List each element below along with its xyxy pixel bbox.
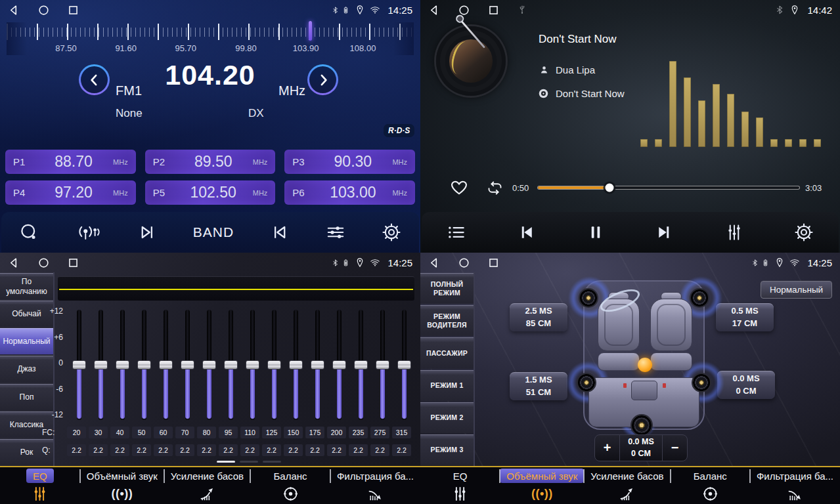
- tab-bass-boost[interactable]: Усиление басов: [584, 467, 670, 504]
- eq-slider-thumb[interactable]: [181, 360, 194, 369]
- tab-filter[interactable]: Фильтрация ба...: [330, 467, 420, 504]
- q-value[interactable]: 2.2: [240, 444, 259, 456]
- q-value[interactable]: 2.2: [327, 444, 346, 456]
- progress-thumb[interactable]: [606, 184, 614, 192]
- fc-value[interactable]: 70: [175, 427, 194, 438]
- fc-value[interactable]: 30: [89, 427, 108, 438]
- fc-value[interactable]: 200: [327, 427, 346, 438]
- eq-slider-thumb[interactable]: [376, 360, 389, 369]
- surround-preset-button[interactable]: Нормальный: [761, 281, 832, 299]
- fc-value[interactable]: 80: [197, 427, 216, 438]
- preset-p6[interactable]: P6103.00MHz: [284, 180, 415, 205]
- eq-band-slider[interactable]: [75, 310, 83, 420]
- q-value[interactable]: 2.2: [305, 444, 324, 456]
- nav-home-button[interactable]: [37, 257, 50, 269]
- delay-decrease-button[interactable]: −: [663, 435, 687, 461]
- eq-slider-thumb[interactable]: [116, 360, 129, 369]
- delay-rear-right[interactable]: 0.0 MS 0 CM: [717, 371, 775, 399]
- eq-slider-thumb[interactable]: [94, 360, 108, 369]
- q-value[interactable]: 2.2: [370, 444, 389, 456]
- delay-front-right[interactable]: 0.5 MS 17 CM: [716, 303, 774, 331]
- eq-band-slider[interactable]: [183, 310, 192, 420]
- fc-value[interactable]: 95: [219, 427, 238, 438]
- q-value[interactable]: 2.2: [67, 444, 86, 456]
- broadcast-button[interactable]: [75, 222, 101, 242]
- favorite-button[interactable]: [449, 177, 469, 197]
- previous-station-button[interactable]: [137, 222, 157, 242]
- band-button[interactable]: BAND: [193, 224, 234, 240]
- fc-value[interactable]: 20: [67, 427, 86, 438]
- tab-balance[interactable]: Баланс: [250, 467, 330, 504]
- preset-p2[interactable]: P289.50MHz: [145, 150, 276, 174]
- nav-recents-button[interactable]: [487, 257, 500, 269]
- eq-slider-thumb[interactable]: [267, 360, 281, 369]
- band-scroll-indicator[interactable]: [217, 461, 281, 463]
- eq-slider-thumb[interactable]: [332, 360, 346, 369]
- delay-rear-left[interactable]: 1.5 MS 51 CM: [510, 372, 567, 400]
- mode-2[interactable]: РЕЖИМ 2: [420, 402, 474, 433]
- listening-position-marker[interactable]: [638, 358, 652, 372]
- previous-track-button[interactable]: [516, 222, 536, 242]
- q-value[interactable]: 2.2: [284, 444, 303, 456]
- next-track-button[interactable]: [655, 222, 674, 242]
- fc-value[interactable]: 50: [132, 427, 151, 438]
- eq-band-slider[interactable]: [292, 310, 300, 420]
- tab-eq[interactable]: EQ: [420, 467, 500, 504]
- tab-filter[interactable]: Фильтрация ба...: [750, 467, 840, 504]
- eq-slider-thumb[interactable]: [72, 360, 86, 369]
- eq-band-slider[interactable]: [227, 310, 235, 420]
- playlist-button[interactable]: [447, 222, 466, 242]
- eq-band-slider[interactable]: [118, 310, 127, 420]
- q-value[interactable]: 2.2: [197, 444, 216, 456]
- delay-increase-button[interactable]: +: [595, 435, 619, 461]
- eq-slider-thumb[interactable]: [397, 360, 411, 369]
- fc-value[interactable]: 315: [392, 427, 411, 438]
- eq-band-slider[interactable]: [205, 310, 213, 420]
- eq-preset-default[interactable]: По умолчанию: [0, 273, 53, 299]
- tab-bass-boost[interactable]: Усиление басов: [164, 467, 250, 504]
- nav-back-button[interactable]: [8, 257, 20, 269]
- repeat-button[interactable]: [486, 179, 504, 197]
- tuner-dial[interactable]: 87.50 91.60 95.70 99.80 103.90 108.00: [7, 22, 414, 55]
- q-value[interactable]: 2.2: [89, 444, 108, 456]
- nav-back-button[interactable]: [8, 4, 20, 16]
- eq-slider-thumb[interactable]: [159, 360, 173, 369]
- nav-back-button[interactable]: [428, 257, 441, 269]
- tab-surround[interactable]: Объёмный звук ((•)): [80, 467, 164, 504]
- q-value[interactable]: 2.2: [110, 444, 129, 456]
- nav-home-button[interactable]: [458, 257, 470, 269]
- settings-button[interactable]: [794, 222, 814, 242]
- preset-p1[interactable]: P188.70MHz: [5, 150, 136, 174]
- nav-home-button[interactable]: [37, 4, 50, 16]
- preset-p4[interactable]: P497.20MHz: [5, 180, 136, 205]
- nav-recents-button[interactable]: [67, 257, 79, 269]
- seek-up-button[interactable]: [307, 64, 338, 95]
- tab-surround[interactable]: Объёмный звук ((•)): [500, 467, 584, 504]
- fc-value[interactable]: 60: [154, 427, 173, 438]
- pause-button[interactable]: [586, 222, 606, 242]
- progress-bar[interactable]: [537, 186, 800, 190]
- q-value[interactable]: 2.2: [349, 444, 368, 456]
- eq-band-slider[interactable]: [313, 310, 322, 420]
- mode-3[interactable]: РЕЖИМ 3: [420, 434, 474, 465]
- mode-passenger[interactable]: ПАССАЖИР: [420, 337, 474, 368]
- fc-value[interactable]: 275: [370, 427, 389, 438]
- eq-band-slider[interactable]: [378, 310, 387, 420]
- eq-slider-thumb[interactable]: [289, 360, 303, 369]
- seek-down-button[interactable]: [79, 64, 110, 95]
- mode-full[interactable]: ПОЛНЫЙ РЕЖИМ: [420, 273, 474, 304]
- eq-band-slider[interactable]: [357, 310, 365, 420]
- preset-p3[interactable]: P390.30MHz: [284, 150, 415, 174]
- audio-sliders-button[interactable]: [326, 222, 345, 242]
- nav-recents-button[interactable]: [487, 4, 500, 16]
- tab-balance[interactable]: Баланс: [671, 467, 750, 504]
- eq-band-slider[interactable]: [270, 310, 278, 420]
- eq-slider-thumb[interactable]: [137, 360, 151, 369]
- eq-band-slider[interactable]: [162, 310, 170, 420]
- q-value[interactable]: 2.2: [219, 444, 238, 456]
- scan-button[interactable]: [19, 222, 39, 242]
- fc-value[interactable]: 110: [240, 427, 259, 438]
- eq-band-slider[interactable]: [140, 310, 148, 420]
- fc-value[interactable]: 175: [305, 427, 324, 438]
- eq-slider-thumb[interactable]: [202, 360, 216, 369]
